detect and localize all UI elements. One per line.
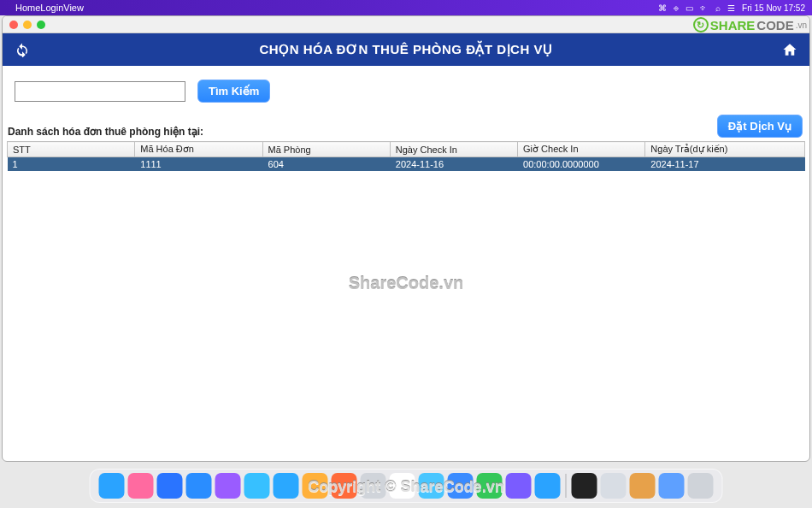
dock-app-icon[interactable] [448, 473, 474, 499]
dock-app-icon[interactable] [186, 473, 212, 499]
mid-row: Danh sách hóa đơn thuê phòng hiện tại: Đ… [3, 115, 809, 141]
window-close-icon[interactable] [9, 21, 18, 29]
search-button[interactable]: Tìm Kiếm [197, 80, 270, 103]
list-heading: Danh sách hóa đơn thuê phòng hiện tại: [8, 126, 203, 138]
status-icon: ⎆ [674, 3, 679, 13]
dock-app-icon[interactable] [688, 473, 714, 499]
col-checkout-date[interactable]: Ngày Trả(dự kiến) [645, 142, 805, 157]
order-service-button[interactable]: Đặt Dịch Vụ [717, 115, 803, 138]
dock-app-icon[interactable] [630, 473, 656, 499]
mac-dock[interactable] [90, 469, 723, 503]
dock-app-icon[interactable] [601, 473, 627, 499]
app-toolbar: CHỌN HÓA ĐƠN THUÊ PHÒNG ĐẶT DỊCH VỤ [3, 33, 809, 66]
search-input[interactable] [15, 81, 185, 102]
dock-app-icon[interactable] [99, 473, 125, 499]
dock-app-icon[interactable] [274, 473, 299, 499]
dock-app-icon[interactable] [419, 473, 444, 499]
app-menu-name[interactable]: HomeLoginView [15, 3, 84, 13]
content-area: Tìm Kiếm Danh sách hóa đơn thuê phòng hi… [3, 66, 809, 432]
cell: 2024-11-16 [390, 157, 517, 172]
page-title: CHỌN HÓA ĐƠN THUÊ PHÒNG ĐẶT DỊCH VỤ [32, 42, 780, 57]
cell: 1111 [135, 157, 262, 172]
window-minimize-icon[interactable] [23, 21, 32, 29]
dock-app-icon[interactable] [506, 473, 532, 499]
dock-app-icon[interactable] [361, 473, 386, 499]
table-row[interactable]: 1 1111 604 2024-11-16 00:00:00.0000000 2… [8, 157, 805, 172]
col-mahoadon[interactable]: Mã Hóa Đơn [135, 142, 262, 157]
invoice-table[interactable]: STT Mã Hóa Đơn Mã Phòng Ngày Check In Gi… [7, 141, 805, 171]
dock-app-icon[interactable] [332, 473, 357, 499]
dock-separator [566, 474, 567, 498]
invoice-table-wrap: STT Mã Hóa Đơn Mã Phòng Ngày Check In Gi… [3, 141, 809, 432]
table-header: STT Mã Hóa Đơn Mã Phòng Ngày Check In Gi… [8, 142, 805, 157]
battery-icon: ▭ [685, 3, 693, 13]
dock-app-icon[interactable] [303, 473, 328, 499]
search-row: Tìm Kiếm [3, 74, 809, 115]
status-icon: ⌘ [658, 3, 667, 13]
table-body: 1 1111 604 2024-11-16 00:00:00.0000000 2… [8, 157, 805, 172]
cell: 604 [262, 157, 390, 172]
col-maphong[interactable]: Mã Phòng [262, 142, 390, 157]
dock-app-icon[interactable] [128, 473, 154, 499]
dock-app-icon[interactable] [477, 473, 503, 499]
home-icon [782, 42, 797, 57]
menubar-right: ⌘ ⎆ ▭ ᯤ ⌕ ☰ Fri 15 Nov 17:52 [658, 3, 805, 13]
cell: 2024-11-17 [645, 157, 805, 172]
reload-button[interactable] [13, 40, 32, 59]
dock-app-icon[interactable] [572, 473, 597, 499]
col-checkin-date[interactable]: Ngày Check In [390, 142, 517, 157]
window-maximize-icon[interactable] [37, 21, 45, 29]
dock-app-icon[interactable] [659, 473, 685, 499]
col-checkin-time[interactable]: Giờ Check In [518, 142, 645, 157]
control-center-icon[interactable]: ☰ [727, 3, 735, 13]
dock-app-icon[interactable] [535, 473, 561, 499]
cell: 1 [8, 157, 135, 172]
col-stt[interactable]: STT [8, 142, 135, 157]
mac-menubar: HomeLoginView ⌘ ⎆ ▭ ᯤ ⌕ ☰ Fri 15 Nov 17:… [0, 0, 812, 15]
dock-app-icon[interactable] [244, 473, 270, 499]
reload-icon [15, 42, 30, 57]
cell: 00:00:00.0000000 [518, 157, 645, 172]
menubar-left: HomeLoginView [7, 3, 84, 13]
app-window: CHỌN HÓA ĐƠN THUÊ PHÒNG ĐẶT DỊCH VỤ Tìm … [2, 15, 810, 462]
dock-app-icon[interactable] [157, 473, 183, 499]
dock-app-icon[interactable] [215, 473, 241, 499]
wifi-icon: ᯤ [700, 3, 709, 13]
window-titlebar[interactable] [3, 16, 809, 33]
dock-app-icon[interactable] [390, 473, 415, 499]
search-icon[interactable]: ⌕ [715, 3, 721, 13]
clock[interactable]: Fri 15 Nov 17:52 [742, 3, 805, 13]
home-button[interactable] [780, 40, 799, 59]
